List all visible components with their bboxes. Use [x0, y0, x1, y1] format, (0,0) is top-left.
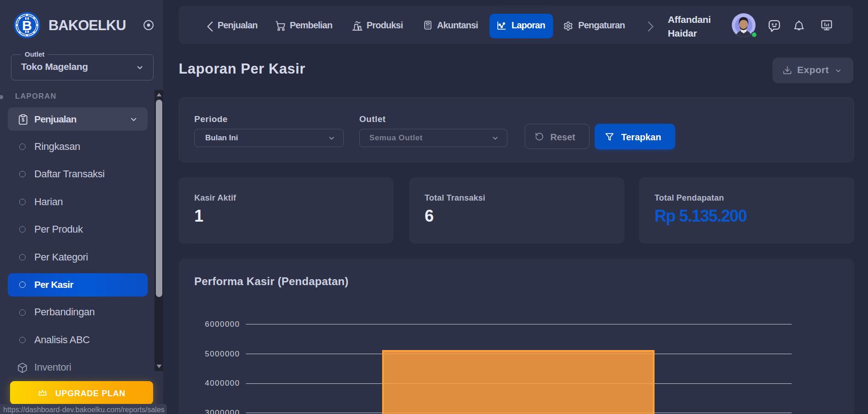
svg-text:B: B: [22, 18, 32, 33]
svg-text:$: $: [22, 117, 25, 122]
